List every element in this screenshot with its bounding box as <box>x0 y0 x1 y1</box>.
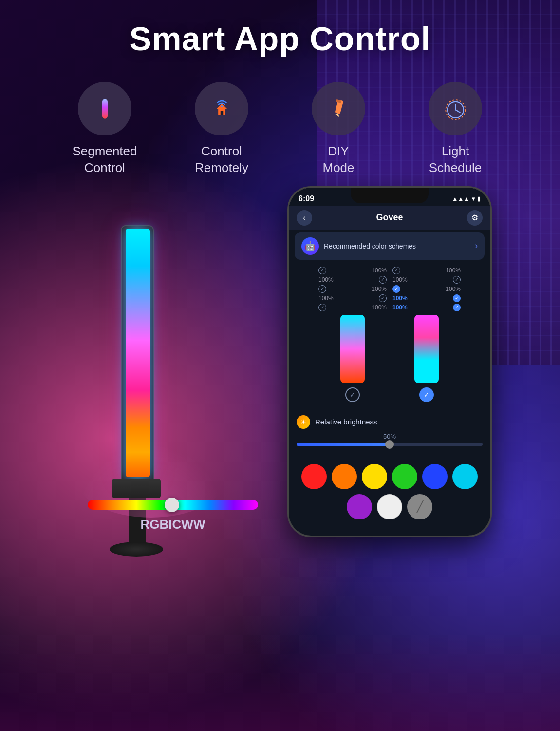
scheme-row: ✓ 100% <box>318 285 387 293</box>
scheme-check[interactable]: ✓ <box>318 267 326 274</box>
schedule-icon-circle <box>429 82 482 135</box>
app-bar-preview-left <box>340 315 365 383</box>
swatch-blue[interactable] <box>422 464 448 489</box>
scheme-check[interactable]: ✓ <box>379 276 387 284</box>
page-title: Smart App Control <box>0 0 560 58</box>
scheme-confirm-right[interactable]: ✓ <box>419 387 434 402</box>
scheme-column-right: ✓ 100% 100% ✓ ✓ 100% <box>392 267 461 402</box>
scheme-pct: 100% <box>446 286 461 292</box>
brightness-thumb[interactable] <box>385 440 394 449</box>
diy-icon-circle <box>312 82 365 135</box>
remote-label: Control Remotely <box>195 143 248 176</box>
segmented-icon-circle <box>78 82 131 135</box>
swatch-custom[interactable]: ╱ <box>407 494 432 519</box>
swatch-cyan[interactable] <box>452 464 478 489</box>
color-slider-track[interactable] <box>88 500 258 510</box>
rgbicww-label: RGBICWW <box>88 517 258 532</box>
main-section: RGBICWW 6:09 ▲▲▲ ▾ ▮ <box>0 186 560 566</box>
scheme-row: ✓ 100% <box>318 304 387 311</box>
scheme-confirm-left[interactable]: ✓ <box>345 387 360 402</box>
schedule-label: Light Schedule <box>429 143 482 176</box>
feature-diy: DIY Mode <box>295 82 382 176</box>
settings-button[interactable]: ⚙ <box>467 210 483 226</box>
ai-icon: 🤖 <box>301 237 319 255</box>
scheme-rows-left: ✓ 100% 100% ✓ ✓ 100% <box>318 267 387 313</box>
scheme-check[interactable]: ✓ <box>318 285 326 293</box>
app-bar-preview-right <box>414 315 439 383</box>
bar-foot <box>110 542 163 557</box>
color-swatches: ╱ <box>289 458 490 525</box>
scheme-check-active[interactable]: ✓ <box>392 285 400 293</box>
scheme-row: ✓ 100% <box>392 285 461 293</box>
scheme-check-active[interactable]: ✓ <box>453 304 461 311</box>
swatch-white[interactable] <box>377 494 402 519</box>
segmented-icon <box>92 96 118 122</box>
swatch-purple[interactable] <box>347 494 372 519</box>
brightness-section: ☀ Relative brightness 50% <box>289 410 490 454</box>
diy-icon <box>325 96 352 122</box>
feature-remote: Control Remotely <box>178 82 265 176</box>
swatch-red[interactable] <box>301 464 327 489</box>
scheme-pct: 100% <box>392 276 408 283</box>
scheme-pct-highlight: 100% <box>392 304 408 311</box>
color-slider-section: RGBICWW <box>88 500 258 532</box>
ai-text: Recommended color schemes <box>324 242 470 250</box>
feature-schedule: Light Schedule <box>411 82 499 176</box>
segmented-label: Segmented Control <box>73 143 137 176</box>
swatch-green[interactable] <box>392 464 417 489</box>
scheme-pct: 100% <box>372 267 387 274</box>
scheme-pct-highlight: 100% <box>392 295 408 302</box>
diy-label: DIY Mode <box>322 143 354 176</box>
phone-notch <box>351 188 429 203</box>
scheme-check[interactable]: ✓ <box>318 304 326 311</box>
divider <box>296 456 484 456</box>
scheme-rows-right: ✓ 100% 100% ✓ ✓ 100% <box>392 267 461 313</box>
scheme-row: 100% ✓ <box>392 294 461 302</box>
brightness-title: Relative brightness <box>315 418 483 426</box>
svg-line-10 <box>455 110 460 113</box>
swatch-yellow[interactable] <box>362 464 387 489</box>
scheme-check[interactable]: ✓ <box>379 294 387 302</box>
divider <box>296 408 484 408</box>
feature-segmented: Segmented Control <box>61 82 149 176</box>
ai-recommendation-bar[interactable]: 🤖 Recommended color schemes › <box>295 232 485 260</box>
bar-base <box>112 479 161 498</box>
brightness-header: ☀ Relative brightness <box>297 415 483 429</box>
light-bar-device <box>117 225 166 518</box>
sun-icon: ☀ <box>297 415 310 429</box>
scheme-pct: 100% <box>372 304 387 311</box>
scheme-column-left: ✓ 100% 100% ✓ ✓ 100% <box>318 267 387 402</box>
scheme-row: 100% ✓ <box>318 276 387 284</box>
scheme-check-active[interactable]: ✓ <box>453 294 461 302</box>
brightness-fill <box>297 443 390 446</box>
swatch-orange[interactable] <box>332 464 357 489</box>
phone-screen: 6:09 ▲▲▲ ▾ ▮ ‹ Govee <box>289 188 490 536</box>
ai-arrow-icon: › <box>475 241 478 251</box>
scheme-row: 100% ✓ <box>392 304 461 311</box>
scheme-row: 100% ✓ <box>392 276 461 284</box>
features-row: Segmented Control Control <box>0 82 560 176</box>
phone-container: 6:09 ▲▲▲ ▾ ▮ ‹ Govee <box>287 186 492 537</box>
app-title: Govee <box>376 212 403 223</box>
status-icons: ▲▲▲ ▾ ▮ <box>452 195 481 202</box>
slider-thumb[interactable] <box>165 498 179 512</box>
remote-icon <box>208 96 235 122</box>
scheme-check[interactable]: ✓ <box>453 276 461 284</box>
brightness-pct: 50% <box>297 433 483 440</box>
status-time: 6:09 <box>299 194 314 203</box>
scheme-pct: 100% <box>318 295 334 302</box>
scheme-row: ✓ 100% <box>392 267 461 274</box>
svg-point-4 <box>221 105 223 107</box>
brightness-track[interactable] <box>297 443 483 446</box>
bar-frame <box>121 225 154 481</box>
light-bar-container: RGBICWW <box>68 225 302 566</box>
svg-rect-3 <box>220 111 223 115</box>
scheme-row: ✓ 100% <box>318 267 387 274</box>
scheme-check[interactable]: ✓ <box>392 267 400 274</box>
back-button[interactable]: ‹ <box>297 210 312 226</box>
back-icon: ‹ <box>303 213 305 222</box>
remote-icon-circle <box>195 82 248 135</box>
phone-frame: 6:09 ▲▲▲ ▾ ▮ ‹ Govee <box>287 186 492 537</box>
scheme-pct: 100% <box>318 276 334 283</box>
app-header: ‹ Govee ⚙ <box>289 206 490 230</box>
